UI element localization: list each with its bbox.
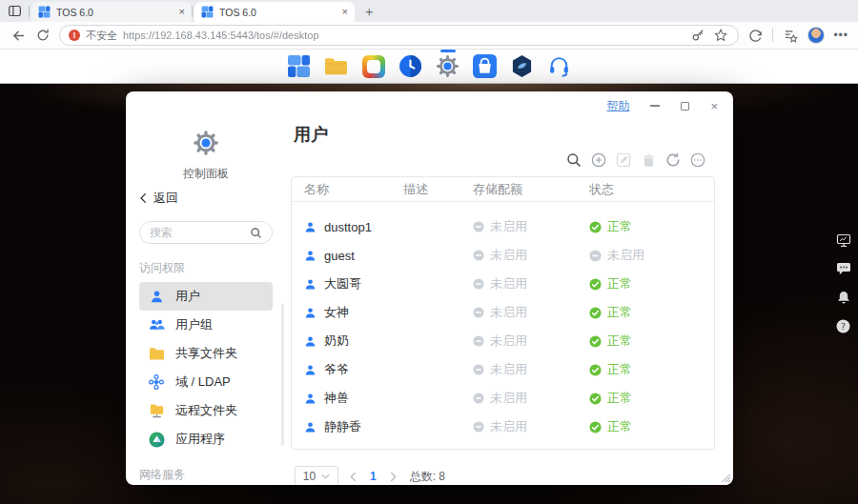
dock-security-icon[interactable]	[510, 54, 535, 79]
sidebar-item-user-groups[interactable]: 用户组	[139, 311, 273, 339]
header-status: 状态	[589, 181, 714, 198]
url-input[interactable]: ! 不安全 https://192.168.43.145:5443/tos/#/…	[59, 25, 739, 46]
more-options-icon[interactable]	[690, 152, 705, 168]
sidebar-nav: 用户 用户组 共享文件夹	[139, 282, 273, 454]
table-row[interactable]: 女神 未启用 正常	[292, 298, 714, 327]
new-tab-button[interactable]: ＋	[362, 5, 376, 18]
status-ok-icon	[589, 221, 602, 233]
page-size-select[interactable]: 10	[295, 466, 338, 485]
user-icon	[304, 307, 317, 319]
user-icon	[148, 290, 165, 304]
quota-disabled-icon	[473, 335, 484, 347]
current-page[interactable]: 1	[368, 470, 378, 483]
dock-file-manager-icon[interactable]	[324, 54, 349, 79]
notifications-bell-icon[interactable]	[835, 290, 851, 306]
help-question-icon[interactable]: ?	[835, 318, 851, 334]
messages-icon[interactable]	[835, 261, 851, 277]
user-name-cell: guest	[304, 249, 403, 263]
not-secure-label: 不安全	[86, 29, 117, 43]
sidebar-search-input[interactable]	[150, 226, 244, 239]
quota-disabled-icon	[473, 307, 484, 318]
sidebar-item-shared-folders[interactable]: 共享文件夹	[139, 339, 273, 368]
quota-disabled-icon	[473, 393, 484, 404]
back-icon[interactable]	[10, 27, 27, 44]
quota-disabled-icon	[473, 250, 484, 261]
user-name-cell: 静静香	[304, 418, 403, 435]
tab-close-icon[interactable]: ×	[179, 7, 185, 17]
not-secure-icon[interactable]: !	[69, 30, 80, 41]
help-link[interactable]: 帮助	[606, 98, 629, 114]
minimize-icon[interactable]	[650, 105, 660, 107]
sidebar-item-applications[interactable]: 应用程序	[139, 425, 273, 454]
chevron-down-icon	[321, 474, 330, 479]
table-row[interactable]: 神兽 未启用 正常	[292, 384, 714, 413]
quota-label: 未启用	[490, 333, 527, 350]
dock-app-center-icon[interactable]	[361, 54, 386, 79]
table-row[interactable]: 静静香 未启用 正常	[292, 413, 714, 441]
sidebar-scrollbar[interactable]	[281, 303, 284, 446]
status-cell: 正常	[589, 304, 714, 321]
favorites-icon[interactable]	[782, 27, 799, 44]
back-button[interactable]: 返回	[139, 190, 273, 207]
remote-desktop-icon[interactable]	[835, 232, 851, 249]
browser-tab-strip: TOS 6.0 × TOS 6.0 × ＋	[0, 0, 858, 22]
table-row[interactable]: 奶奶 未启用 正常	[292, 327, 714, 355]
domain-ldap-icon	[148, 374, 165, 390]
edit-user-icon[interactable]	[616, 152, 631, 168]
app-identity: 控制面板	[139, 112, 273, 182]
close-icon[interactable]: ×	[710, 100, 718, 112]
profile-avatar[interactable]	[807, 27, 825, 44]
add-user-icon[interactable]	[591, 152, 606, 168]
user-icon	[304, 250, 317, 262]
sidebar-item-remote-folders[interactable]: 远程文件夹	[139, 396, 273, 425]
quota-cell: 未启用	[473, 304, 589, 321]
browser-menu-icon[interactable]: •••	[833, 29, 848, 42]
tab-title: TOS 6.0	[219, 7, 337, 18]
quota-cell: 未启用	[473, 418, 589, 435]
remote-folder-icon	[148, 403, 165, 418]
dock-online-support-icon[interactable]	[547, 54, 572, 79]
prev-page-icon[interactable]	[350, 472, 357, 482]
dock-app-store-icon[interactable]	[473, 54, 498, 79]
sidebar-item-label: 共享文件夹	[175, 345, 237, 362]
window-resize-handle[interactable]	[721, 473, 730, 482]
search-icon[interactable]	[566, 152, 582, 168]
user-table: 名称 描述 存储配额 状态 dusttop1 未启用	[291, 176, 715, 450]
sidebar-search[interactable]	[139, 221, 273, 244]
divider	[772, 29, 773, 42]
dock-control-panel-icon[interactable]	[436, 54, 460, 79]
delete-user-icon[interactable]	[641, 152, 656, 168]
browser-essentials-icon[interactable]	[746, 27, 764, 44]
status-cell: 正常	[589, 418, 714, 435]
status-cell: 正常	[589, 218, 714, 235]
sidebar-item-domain-ldap[interactable]: 域 / LDAP	[139, 368, 273, 396]
tab-actions-menu-icon[interactable]	[0, 0, 29, 22]
table-row[interactable]: dusttop1 未启用 正常	[292, 212, 714, 241]
desktop-edge-tools: ?	[835, 232, 851, 334]
dock-backup-clock-icon[interactable]	[398, 54, 423, 79]
quota-label: 未启用	[490, 418, 527, 435]
refresh-icon[interactable]	[665, 152, 681, 168]
table-row[interactable]: 大圆哥 未启用 正常	[292, 270, 714, 298]
maximize-icon[interactable]	[681, 102, 689, 111]
browser-toolbar-right: •••	[746, 27, 848, 44]
refresh-icon[interactable]	[34, 27, 51, 44]
sidebar-item-label: 应用程序	[175, 431, 225, 448]
quota-label: 未启用	[490, 247, 527, 264]
quota-disabled-icon	[473, 421, 484, 433]
sidebar-item-users[interactable]: 用户	[139, 282, 273, 311]
header-name: 名称	[304, 181, 403, 198]
next-page-icon[interactable]	[390, 472, 397, 482]
browser-tab-2[interactable]: TOS 6.0 ×	[194, 2, 355, 22]
pagination: 10 1 总数: 8	[295, 466, 715, 485]
table-row[interactable]: 爷爷 未启用 正常	[292, 355, 714, 384]
header-quota: 存储配额	[473, 181, 589, 198]
bookmark-star-icon[interactable]	[712, 27, 729, 44]
table-row[interactable]: guest 未启用 未启用	[292, 241, 714, 270]
password-key-icon[interactable]	[689, 27, 706, 44]
browser-tab-1[interactable]: TOS 6.0 ×	[31, 2, 192, 22]
user-name-cell: 爷爷	[304, 361, 403, 378]
tab-close-icon[interactable]: ×	[342, 7, 348, 17]
dock-tos-desktop-icon[interactable]	[287, 54, 312, 79]
search-icon	[250, 227, 262, 239]
